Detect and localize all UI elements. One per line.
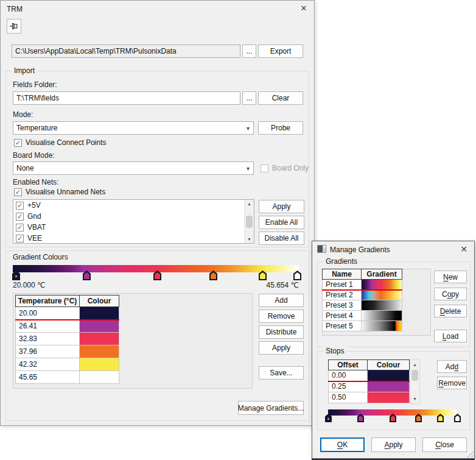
preset-name-cell[interactable]: Preset 2 (322, 290, 362, 300)
colour-swatch[interactable] (80, 320, 119, 333)
stop-row[interactable]: 0.50 (328, 392, 410, 403)
delete-button[interactable]: Delete (434, 305, 467, 317)
gradient-stop-marker[interactable] (83, 271, 91, 280)
manage-gradients-button[interactable]: Manage Gradients... (238, 401, 304, 415)
net-checkbox[interactable]: ✓ (16, 224, 24, 232)
scroll-up-icon[interactable]: ▲ (245, 202, 254, 206)
gradient-stop-marker[interactable] (415, 414, 422, 422)
scrollbar-thumb[interactable] (246, 216, 253, 228)
enable-all-button[interactable]: Enable All (259, 216, 304, 229)
net-list-item[interactable]: ✓ VBAT (13, 222, 254, 233)
gradient-stop-marker[interactable] (357, 414, 364, 422)
preset-gradient-cell[interactable] (362, 311, 402, 321)
colour-swatch[interactable] (368, 370, 410, 381)
add-stop-button[interactable]: Add (259, 294, 304, 307)
nets-list[interactable]: ✓ +5V ✓ Gnd ✓ VBAT ✓ VEE ▲ ▼ (13, 199, 254, 244)
disable-all-button[interactable]: Disable All (259, 232, 304, 245)
board-mode-select[interactable]: None ▾ (13, 161, 254, 175)
preset-row[interactable]: Preset 5 (322, 321, 402, 331)
gradient-stop-marker[interactable] (325, 414, 332, 422)
distribute-button[interactable]: Distribute (259, 325, 304, 339)
preset-gradient-cell[interactable] (362, 290, 402, 300)
net-checkbox[interactable]: ✓ (16, 202, 24, 210)
export-button[interactable]: Export (258, 44, 303, 58)
close-button[interactable]: Close (422, 437, 467, 452)
temperature-cell[interactable]: 20.00 (15, 307, 80, 320)
nets-scrollbar[interactable]: ▲ ▼ (244, 200, 254, 243)
gradient-stop-marker[interactable] (437, 414, 444, 422)
gradient-stop-marker[interactable] (153, 271, 161, 280)
close-icon[interactable]: ✕ (298, 3, 310, 14)
pin-button[interactable] (7, 19, 21, 34)
close-icon[interactable]: ✕ (458, 244, 470, 255)
stops-add-button[interactable]: Add (437, 360, 467, 373)
gradient-stop-marker[interactable] (209, 271, 217, 280)
colour-swatch[interactable] (368, 392, 410, 403)
apply-button[interactable]: Apply (371, 437, 416, 452)
table-row[interactable]: 45.65 (15, 371, 119, 384)
colour-swatch[interactable] (80, 307, 119, 320)
nets-apply-button[interactable]: Apply (259, 200, 304, 213)
table-row[interactable]: 20.00 (15, 307, 119, 320)
preset-row[interactable]: Preset 1 (322, 280, 402, 290)
preset-name-cell[interactable]: Preset 4 (322, 311, 362, 321)
stop-row[interactable]: 0.25 (328, 381, 410, 392)
copy-button[interactable]: Copy (434, 288, 467, 300)
new-button[interactable]: New (434, 271, 467, 283)
visualise-connect-points-row[interactable]: ✓ Visualise Connect Points (14, 138, 107, 147)
probe-button[interactable]: Probe (258, 121, 303, 135)
load-button[interactable]: Load (434, 330, 467, 342)
preset-row[interactable]: Preset 3 (322, 300, 402, 311)
ok-button[interactable]: OK (320, 437, 365, 452)
preset-gradient-cell[interactable] (362, 280, 402, 290)
visualise-unnamed-nets-row[interactable]: ✓ Visualise Unnamed Nets (14, 188, 105, 196)
preset-gradient-cell[interactable] (362, 321, 402, 331)
temperature-cell[interactable]: 37.96 (15, 345, 80, 358)
temperature-cell[interactable]: 45.65 (15, 371, 80, 384)
scroll-down-icon[interactable]: ▼ (245, 237, 254, 241)
table-row[interactable]: 32.83 (15, 333, 119, 345)
stops-remove-button[interactable]: Remove (437, 377, 467, 389)
preset-name-cell[interactable]: Preset 5 (322, 321, 362, 331)
visualise-connect-points-checkbox[interactable]: ✓ (14, 139, 22, 147)
offset-cell[interactable]: 0.00 (328, 370, 368, 381)
colour-swatch[interactable] (368, 381, 410, 392)
save-button[interactable]: Save... (259, 366, 304, 380)
temperature-cell[interactable]: 32.83 (15, 333, 80, 345)
preset-row[interactable]: Preset 2 (322, 290, 402, 300)
net-list-item[interactable]: ✓ +5V (13, 200, 254, 211)
export-path-field[interactable]: C:\Users\AppData\Local\Temp\TRM\Pulsonix… (12, 44, 240, 58)
remove-stop-button[interactable]: Remove (259, 310, 304, 323)
clear-button[interactable]: Clear (258, 91, 303, 105)
scroll-up-icon[interactable]: ▲ (410, 363, 419, 367)
gradient-apply-button[interactable]: Apply (259, 341, 304, 355)
table-row[interactable]: 37.96 (15, 345, 119, 358)
mode-select[interactable]: Temperature ▾ (13, 121, 254, 135)
preset-gradient-cell[interactable] (362, 300, 402, 311)
gradient-stop-marker[interactable] (454, 414, 461, 422)
net-checkbox[interactable]: ✓ (16, 235, 24, 242)
colour-swatch[interactable] (80, 333, 119, 345)
net-checkbox[interactable]: ✓ (16, 213, 24, 221)
colour-swatch[interactable] (80, 345, 119, 358)
temperature-cell[interactable]: 42.32 (15, 358, 80, 371)
preset-name-cell[interactable]: Preset 3 (322, 300, 362, 311)
net-list-item[interactable]: ✓ Gnd (13, 211, 254, 222)
gradient-stop-marker[interactable] (12, 271, 20, 280)
scrollbar-thumb[interactable] (411, 370, 418, 381)
fields-folder-input[interactable]: T:\TRM\fields (13, 91, 240, 105)
offset-cell[interactable]: 0.50 (328, 392, 368, 403)
net-list-item[interactable]: ✓ VEE (13, 233, 254, 244)
table-row[interactable]: 42.32 (15, 358, 119, 371)
scroll-down-icon[interactable]: ▼ (410, 397, 419, 401)
preset-row[interactable]: Preset 4 (322, 311, 402, 321)
stop-row[interactable]: 0.00 (328, 370, 410, 381)
preset-name-cell[interactable]: Preset 1 (322, 280, 362, 290)
table-row[interactable]: 26.41 (15, 320, 119, 333)
stops-scrollbar[interactable]: ▲ ▼ (410, 359, 420, 404)
fields-folder-browse-button[interactable]: ... (242, 91, 256, 105)
offset-cell[interactable]: 0.25 (328, 381, 368, 392)
export-path-browse-button[interactable]: ... (242, 44, 256, 58)
gradient-stop-marker[interactable] (390, 414, 396, 422)
visualise-unnamed-nets-checkbox[interactable]: ✓ (14, 188, 22, 196)
